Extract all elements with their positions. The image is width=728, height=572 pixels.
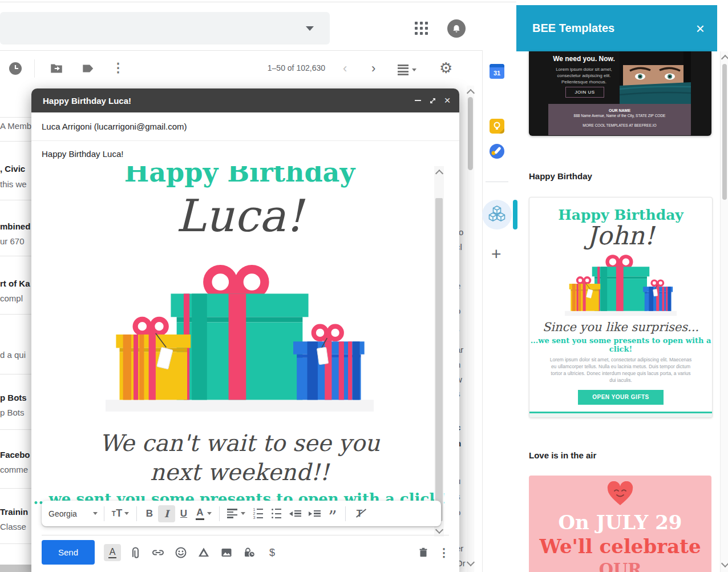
open-your-gifts-button[interactable]: OPEN YOUR GIFTS [578, 390, 664, 405]
remove-formatting-button[interactable]: T [350, 508, 369, 519]
caret-down-icon [124, 512, 129, 515]
message-body[interactable]: Happy Birthday Luca! We can't wait to se… [31, 166, 459, 537]
inbox-snippet[interactable]: d a qui [0, 350, 32, 360]
more-send-options-icon[interactable]: ⋮ [435, 544, 452, 561]
template-line1: On JULY 29 [529, 511, 711, 534]
insert-signature-dollar-icon[interactable]: $ [264, 544, 281, 561]
scroll-up-icon[interactable] [721, 55, 728, 63]
inbox-snippet[interactable]: p Bots [0, 393, 32, 402]
template-card-happy-birthday[interactable]: Happy Birthday John! Since you like surp… [529, 197, 713, 418]
close-glyph: × [696, 20, 705, 37]
scroll-up-icon[interactable] [435, 170, 443, 178]
inbox-snippet[interactable]: , Civic [0, 164, 32, 174]
calendar-addon-icon[interactable]: 31 [490, 64, 504, 79]
minimize-icon[interactable] [410, 95, 425, 106]
rail-separator [486, 182, 508, 182]
gear-glyph: ⚙ [439, 59, 452, 76]
inbox-snippet[interactable]: Facebo [0, 450, 32, 460]
scroll-down-icon[interactable] [721, 559, 728, 567]
density-bars [398, 63, 409, 77]
inbox-snippet[interactable]: Classe [0, 522, 32, 531]
template-line2: ...we sent you some presents to open wit… [529, 336, 712, 353]
template-card-join-us[interactable]: We need you. Now. Lorem ipsum dolor sit … [529, 51, 711, 136]
label-icon[interactable] [80, 61, 95, 76]
insert-drive-icon[interactable] [195, 544, 212, 561]
close-panel-icon[interactable]: × [696, 23, 705, 34]
panel-scrollbar[interactable] [720, 51, 728, 572]
inbox-snippet[interactable]: p Bots [0, 408, 32, 417]
body-scrollbar-thumb[interactable] [435, 198, 443, 521]
apps-grid-icon[interactable] [415, 22, 428, 35]
bullet-list-button[interactable] [267, 507, 285, 520]
send-button[interactable]: Send [42, 540, 95, 565]
inbox-snippet[interactable]: this we [0, 179, 32, 189]
more-options-icon[interactable]: ⋮ [112, 61, 124, 75]
bee-addon-icon[interactable] [482, 200, 512, 229]
template-card-anniversary[interactable]: On JULY 29 We'll celebrate OUR ANNIVERSA… [529, 476, 711, 572]
search-input[interactable] [0, 12, 330, 45]
main-scrollbar-thumb[interactable] [468, 97, 473, 170]
attach-file-icon[interactable] [127, 544, 144, 561]
account-avatar[interactable] [478, 15, 502, 39]
quote-button[interactable]: ” [324, 507, 341, 520]
caret-down-icon [241, 512, 245, 515]
inbox-snippet[interactable]: rt of Ka [0, 279, 32, 288]
inbox-snippet[interactable]: A Memb [0, 121, 32, 131]
row-divider [0, 117, 32, 118]
scroll-up-icon[interactable] [467, 89, 475, 97]
template-line1: Since you like surprises... [529, 320, 712, 334]
font-size-button[interactable]: T T [108, 507, 132, 519]
join-us-button[interactable]: JOIN US [565, 87, 604, 98]
bee-panel-title: BEE Templates [532, 22, 696, 35]
notifications-bell-icon[interactable] [447, 19, 466, 38]
search-options-caret-icon[interactable] [306, 26, 314, 31]
older-chevron-icon[interactable]: › [371, 61, 375, 76]
discard-draft-icon[interactable] [415, 544, 432, 561]
newer-chevron-icon[interactable]: ‹ [343, 61, 347, 76]
numbered-list-button[interactable]: 1 2 3 [249, 507, 267, 520]
snooze-clock-icon[interactable] [8, 61, 23, 76]
bold-button[interactable]: B [141, 505, 158, 522]
paperclip-glyph [129, 546, 141, 559]
inbox-snippet[interactable]: mbined [0, 221, 32, 231]
confidential-mode-icon[interactable] [241, 544, 258, 561]
settings-gear-icon[interactable]: ⚙ [439, 59, 452, 77]
compose-header[interactable]: Happy Birthday Luca! × [31, 88, 459, 112]
inbox-snippet[interactable]: compl [0, 293, 32, 303]
insert-photo-icon[interactable] [218, 544, 235, 561]
chevron-right-glyph: › [371, 61, 375, 75]
inbox-snippet[interactable]: comme [0, 465, 32, 474]
insert-link-icon[interactable] [149, 544, 167, 561]
density-split-icon[interactable] [398, 63, 416, 77]
formatting-options-button[interactable]: A [104, 544, 121, 561]
inbox-snippet[interactable]: Trainin [0, 507, 32, 517]
inbox-snippet[interactable]: ur 670 [0, 236, 32, 246]
horizontal-scrollbar-thumb[interactable] [0, 565, 32, 572]
body-scrollbar[interactable] [434, 166, 444, 537]
panel-scrollbar-thumb[interactable] [722, 64, 727, 200]
keep-addon-icon[interactable] [490, 119, 504, 134]
main-scrollbar[interactable] [467, 86, 474, 572]
close-compose-icon[interactable]: × [440, 95, 455, 106]
align-button[interactable] [224, 507, 249, 519]
get-addons-plus-icon[interactable]: + [491, 244, 501, 264]
move-to-folder-icon[interactable] [49, 61, 64, 76]
subject-field[interactable]: Happy Birthday Luca! [31, 141, 459, 167]
italic-button[interactable]: I [158, 505, 175, 522]
insert-emoji-icon[interactable] [172, 544, 189, 561]
expand-icon[interactable] [425, 95, 440, 106]
outdent-bars [294, 509, 301, 518]
scroll-down-icon[interactable] [435, 526, 443, 534]
font-family-select[interactable]: Georgia [46, 509, 100, 518]
indent-button[interactable] [305, 509, 324, 518]
underline-button[interactable]: U [175, 505, 192, 522]
tasks-addon-icon[interactable] [490, 144, 504, 161]
caret-down-icon [207, 512, 212, 515]
align-icon [227, 507, 237, 519]
toolbar-divider [0, 50, 482, 51]
outdent-button[interactable] [285, 509, 305, 518]
scroll-down-icon[interactable] [467, 558, 475, 566]
footer-more: MORE COOL TEMPLATES AT BEEFREE.IO [548, 123, 691, 127]
text-color-button[interactable]: A [192, 505, 215, 522]
to-field[interactable]: Luca Arrigoni (lucarrigoni@gmail.com) [31, 112, 459, 141]
